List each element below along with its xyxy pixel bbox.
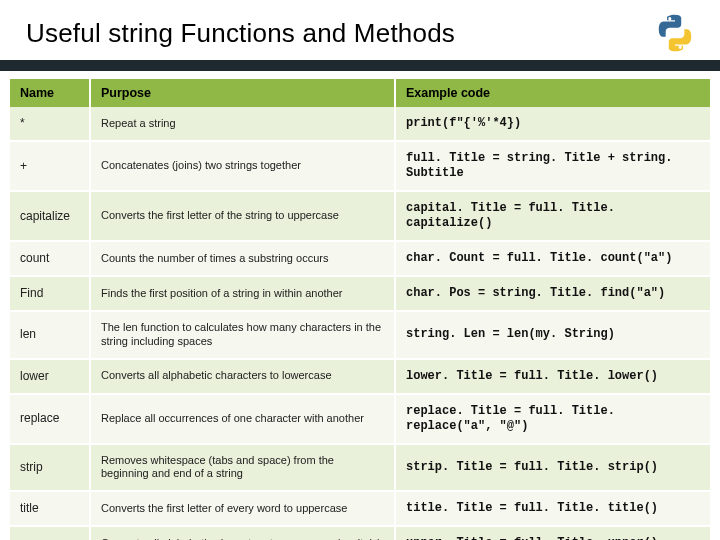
cell-code: string. Len = len(my. String) <box>395 311 710 359</box>
cell-name: count <box>10 241 90 276</box>
cell-name: capitalize <box>10 191 90 241</box>
cell-purpose: Finds the first position of a string in … <box>90 276 395 311</box>
cell-code: char. Count = full. Title. count("a") <box>395 241 710 276</box>
table-row: upper Converts all alphabetic characters… <box>10 526 710 540</box>
cell-purpose: Converts all alphabetic characters to lo… <box>90 359 395 394</box>
cell-purpose: Converts all alphabetic characters to up… <box>90 526 395 540</box>
cell-purpose: Concatenates (joins) two strings togethe… <box>90 141 395 191</box>
table-row: replace Replace all occurrences of one c… <box>10 394 710 444</box>
table-row: + Concatenates (joins) two strings toget… <box>10 141 710 191</box>
cell-code: strip. Title = full. Title. strip() <box>395 444 710 492</box>
table-row: title Converts the first letter of every… <box>10 491 710 526</box>
cell-purpose: Removes whitespace (tabs and space) from… <box>90 444 395 492</box>
cell-name: * <box>10 107 90 141</box>
table-row: capitalize Converts the first letter of … <box>10 191 710 241</box>
cell-code: full. Title = string. Title + string. Su… <box>395 141 710 191</box>
python-logo-icon <box>656 14 694 52</box>
cell-name: lower <box>10 359 90 394</box>
cell-code: lower. Title = full. Title. lower() <box>395 359 710 394</box>
table-row: * Repeat a string print(f"{'%'*4}) <box>10 107 710 141</box>
table-row: Find Finds the first position of a strin… <box>10 276 710 311</box>
col-purpose-header: Purpose <box>90 79 395 107</box>
cell-purpose: The len function to calculates how many … <box>90 311 395 359</box>
cell-purpose: Converts the first letter of every word … <box>90 491 395 526</box>
table-header-row: Name Purpose Example code <box>10 79 710 107</box>
cell-code: char. Pos = string. Title. find("a") <box>395 276 710 311</box>
table-container: Name Purpose Example code * Repeat a str… <box>0 79 720 540</box>
cell-code: replace. Title = full. Title. replace("a… <box>395 394 710 444</box>
cell-code: title. Title = full. Title. title() <box>395 491 710 526</box>
cell-purpose: Counts the number of times a substring o… <box>90 241 395 276</box>
slide: Useful string Functions and Methods Name… <box>0 0 720 540</box>
table-row: count Counts the number of times a subst… <box>10 241 710 276</box>
cell-code: upper. Title = full. Title. upper() <box>395 526 710 540</box>
cell-code: capital. Title = full. Title. capitalize… <box>395 191 710 241</box>
cell-name: Find <box>10 276 90 311</box>
cell-purpose: Converts the first letter of the string … <box>90 191 395 241</box>
col-code-header: Example code <box>395 79 710 107</box>
title-bar: Useful string Functions and Methods <box>0 0 720 60</box>
slide-title: Useful string Functions and Methods <box>26 18 455 49</box>
divider <box>0 60 720 71</box>
string-functions-table: Name Purpose Example code * Repeat a str… <box>10 79 710 540</box>
cell-code: print(f"{'%'*4}) <box>395 107 710 141</box>
cell-purpose: Repeat a string <box>90 107 395 141</box>
cell-name: replace <box>10 394 90 444</box>
table-row: strip Removes whitespace (tabs and space… <box>10 444 710 492</box>
cell-name: title <box>10 491 90 526</box>
cell-name: + <box>10 141 90 191</box>
table-row: len The len function to calculates how m… <box>10 311 710 359</box>
cell-name: strip <box>10 444 90 492</box>
col-name-header: Name <box>10 79 90 107</box>
table-row: lower Converts all alphabetic characters… <box>10 359 710 394</box>
cell-name: upper <box>10 526 90 540</box>
cell-purpose: Replace all occurrences of one character… <box>90 394 395 444</box>
cell-name: len <box>10 311 90 359</box>
